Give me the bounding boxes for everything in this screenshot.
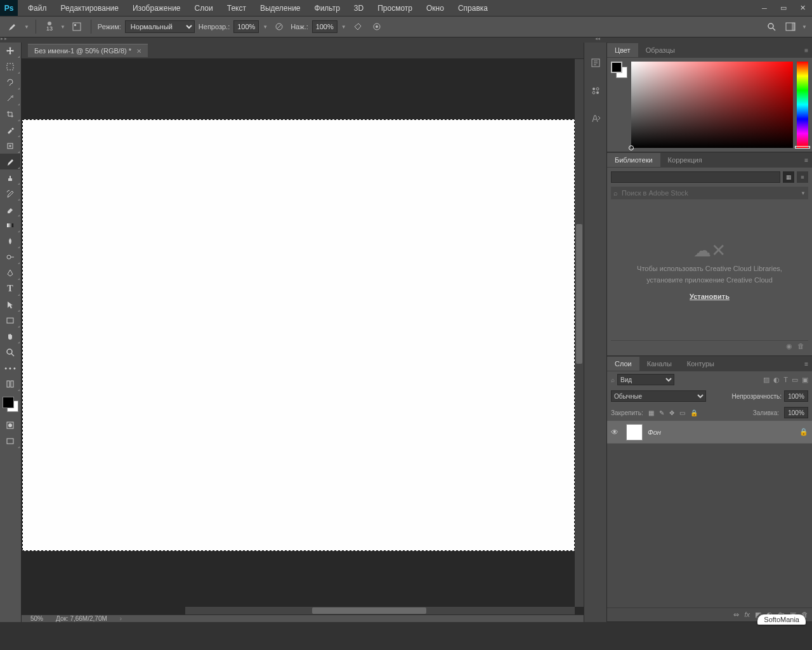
close-button[interactable]: ✕ <box>793 0 812 16</box>
blend-mode-select[interactable]: Нормальный <box>125 20 195 33</box>
pen-tool[interactable] <box>0 265 20 281</box>
link-layers-icon[interactable]: ⇔ <box>733 611 739 619</box>
brush-preview[interactable]: 13 <box>43 20 56 34</box>
move-tool[interactable] <box>0 43 20 58</box>
airbrush-icon[interactable] <box>350 19 365 34</box>
menu-3d[interactable]: 3D <box>348 1 370 15</box>
history-brush-tool[interactable] <box>0 185 20 201</box>
lock-brush-icon[interactable]: ✎ <box>659 409 664 416</box>
minimize-button[interactable]: ─ <box>755 0 774 16</box>
color-fg-swatch[interactable] <box>611 62 622 73</box>
zoom-tool[interactable] <box>0 344 20 360</box>
properties-panel-icon[interactable] <box>588 83 603 98</box>
install-link[interactable]: Установить <box>690 293 730 300</box>
tab-layers[interactable]: Слои <box>607 357 639 371</box>
panel-collapse-strip[interactable]: ►► <box>0 37 812 43</box>
rectangle-tool[interactable] <box>0 312 20 328</box>
color-panel-menu-icon[interactable]: ≡ <box>804 47 808 54</box>
filter-search-icon[interactable]: ⌕ <box>611 376 615 383</box>
magic-wand-tool[interactable] <box>0 90 20 106</box>
list-view-icon[interactable]: ≡ <box>797 171 808 183</box>
layer-thumbnail[interactable] <box>626 424 643 441</box>
layer-item[interactable]: 👁 Фон 🔒 <box>607 421 812 444</box>
clone-stamp-tool[interactable] <box>0 169 20 185</box>
lock-artboard-icon[interactable]: ▭ <box>679 409 685 416</box>
filter-smart-icon[interactable]: ▣ <box>802 376 808 384</box>
history-panel-icon[interactable] <box>588 55 603 70</box>
color-swatches[interactable] <box>1 395 20 413</box>
filter-pixel-icon[interactable]: ▨ <box>763 376 769 384</box>
edit-toolbar[interactable] <box>0 376 20 392</box>
path-select-tool[interactable] <box>0 296 20 312</box>
hand-tool[interactable] <box>0 328 20 344</box>
menu-image[interactable]: Изображение <box>126 1 187 15</box>
tab-channels[interactable]: Каналы <box>639 357 679 371</box>
document-tab[interactable]: Без имени-1 @ 50% (RGB/8) * ✕ <box>28 44 148 57</box>
brush-tool[interactable] <box>0 154 20 169</box>
quick-mask-tool[interactable] <box>0 417 20 433</box>
zoom-level[interactable]: 50% <box>30 615 43 622</box>
lock-pixels-icon[interactable]: ▦ <box>648 409 654 416</box>
workspace-layout-icon[interactable] <box>783 19 798 34</box>
type-tool[interactable]: T <box>0 281 20 296</box>
library-delete-icon[interactable]: 🗑 <box>797 342 804 350</box>
horizontal-scrollbar-thumb[interactable] <box>312 607 426 614</box>
menu-help[interactable]: Справка <box>452 1 494 15</box>
flow-input[interactable] <box>312 20 337 33</box>
menu-layers[interactable]: Слои <box>188 1 219 15</box>
fill-input[interactable] <box>784 407 808 418</box>
more-tools[interactable]: • • • <box>0 360 20 376</box>
lock-position-icon[interactable]: ✥ <box>669 409 674 416</box>
menu-window[interactable]: Окно <box>420 1 450 15</box>
blur-tool[interactable] <box>0 233 20 249</box>
menu-view[interactable]: Просмотр <box>371 1 419 15</box>
opacity-dropdown-icon[interactable]: ▼ <box>263 24 268 30</box>
layer-name[interactable]: Фон <box>648 428 794 436</box>
layer-fx-icon[interactable]: fx <box>744 611 750 619</box>
maximize-button[interactable]: ▭ <box>774 0 793 16</box>
menu-text[interactable]: Текст <box>221 1 252 15</box>
layers-panel-menu-icon[interactable]: ≡ <box>804 361 808 368</box>
crop-tool[interactable] <box>0 106 20 122</box>
tab-paths[interactable]: Контуры <box>679 357 722 371</box>
blend-mode-select[interactable]: Обычные <box>611 390 706 402</box>
canvas[interactable] <box>22 119 575 551</box>
color-mini-swatches[interactable] <box>611 62 627 148</box>
libraries-panel-menu-icon[interactable]: ≡ <box>804 157 808 164</box>
lock-all-icon[interactable]: 🔒 <box>690 409 698 416</box>
close-tab-icon[interactable]: ✕ <box>136 48 141 55</box>
brush-tool-icon[interactable] <box>5 19 20 34</box>
filter-shape-icon[interactable]: ▭ <box>792 376 798 384</box>
hue-thumb[interactable] <box>795 146 810 149</box>
layer-kind-select[interactable]: Вид <box>617 374 674 385</box>
tool-preset-dropdown-icon[interactable]: ▼ <box>24 24 29 30</box>
stock-search-input[interactable] <box>622 189 797 197</box>
menu-edit[interactable]: Редактирование <box>55 1 125 15</box>
menu-filter[interactable]: Фильтр <box>308 1 346 15</box>
color-cursor[interactable] <box>629 145 634 150</box>
search-icon[interactable] <box>764 19 779 34</box>
workspace-dropdown-icon[interactable]: ▼ <box>802 24 807 30</box>
flow-dropdown-icon[interactable]: ▼ <box>341 24 346 30</box>
status-chevron-icon[interactable]: › <box>120 615 122 622</box>
dodge-tool[interactable] <box>0 249 20 265</box>
pressure-size-icon[interactable] <box>369 19 384 34</box>
layer-opacity-input[interactable] <box>784 390 808 402</box>
opacity-input[interactable] <box>233 20 259 33</box>
library-select[interactable] <box>611 171 780 183</box>
tab-swatches[interactable]: Образцы <box>638 43 683 57</box>
search-dropdown-icon[interactable]: ▼ <box>801 190 806 196</box>
eyedropper-tool[interactable] <box>0 122 20 138</box>
layer-lock-icon[interactable]: 🔒 <box>799 428 808 436</box>
tab-libraries[interactable]: Библиотеки <box>607 153 660 167</box>
pressure-opacity-icon[interactable] <box>272 19 287 34</box>
gradient-tool[interactable] <box>0 217 20 233</box>
canvas-viewport[interactable]: 50% Док: 7,66M/2,70M › <box>22 59 584 622</box>
visibility-toggle-icon[interactable]: 👁 <box>611 428 621 437</box>
filter-type-icon[interactable]: T <box>783 376 788 384</box>
tab-color[interactable]: Цвет <box>607 43 638 57</box>
eraser-tool[interactable] <box>0 201 20 217</box>
foreground-color[interactable] <box>3 397 14 408</box>
library-sync-icon[interactable]: ◉ <box>786 342 792 350</box>
menu-file[interactable]: Файл <box>22 1 53 15</box>
